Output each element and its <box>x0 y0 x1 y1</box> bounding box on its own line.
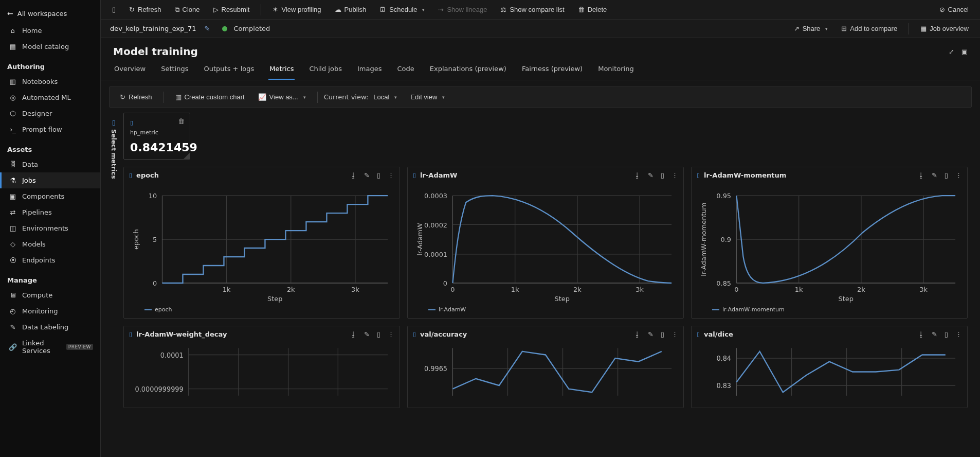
tab-metrics[interactable]: Metrics <box>268 60 295 80</box>
download-icon[interactable]: ⭳ <box>350 330 357 338</box>
sidebar-item-components[interactable]: ▣ Components <box>0 188 100 204</box>
chart-plot-weight-decay[interactable]: 0.0001 0.0000999999 <box>129 341 394 402</box>
job-overview-button[interactable]: ▦Job overview <box>915 22 974 36</box>
sidebar-item-environments[interactable]: ◫ Environments <box>0 220 100 236</box>
sidebar-item-monitoring[interactable]: ◴ Monitoring <box>0 303 100 319</box>
sidebar-item-notebooks[interactable]: ▥ Notebooks <box>0 74 100 90</box>
tab-code[interactable]: Code <box>396 60 415 80</box>
copy-icon[interactable]: ▯ <box>377 171 380 179</box>
more-icon[interactable]: ⋮ <box>388 330 394 338</box>
delete-button[interactable]: 🗑Delete <box>573 3 612 16</box>
sidebar-item-datalabeling[interactable]: ✎ Data Labeling <box>0 319 100 335</box>
view-profiling-button[interactable]: ✶View profiling <box>267 3 326 16</box>
edit-name-icon[interactable]: ✎ <box>205 25 210 32</box>
metric-card-hp_metric[interactable]: ▯ 🗑 hp_metric 0.8421459 <box>123 113 190 160</box>
pin-icon: ▯ <box>413 172 416 179</box>
expand-icon[interactable]: ⤢ <box>949 48 954 56</box>
edit-icon[interactable]: ✎ <box>648 330 654 338</box>
publish-button[interactable]: ☁Publish <box>330 3 372 16</box>
cancel-button[interactable]: ⊘Cancel <box>934 3 974 16</box>
tab-images[interactable]: Images <box>356 60 383 80</box>
copy-icon[interactable]: ▯ <box>945 171 948 179</box>
sidebar-item-automl[interactable]: ◎ Automated ML <box>0 90 100 106</box>
pin-icon: ▯ <box>130 119 133 126</box>
clone-button[interactable]: ⧉Clone <box>170 3 205 17</box>
download-icon[interactable]: ⭳ <box>918 171 924 179</box>
chart-plot-lr[interactable]: 0.0003 0.0002 0.0001 0 0 1k 2k 3k Step l… <box>413 182 678 303</box>
chart-card-momentum: ▯ lr-AdamW-momentum ⭳ ✎ ▯ ⋮ <box>691 167 968 319</box>
tab-settings[interactable]: Settings <box>160 60 189 80</box>
copy-icon[interactable]: ▯ <box>661 330 664 338</box>
show-compare-button[interactable]: ⚖Show compare list <box>495 3 569 16</box>
sidebar-item-model-catalog[interactable]: ▤ Model catalog <box>0 39 100 55</box>
select-metrics-toggle[interactable]: ▯ Select metrics <box>109 113 118 457</box>
download-icon[interactable]: ⭳ <box>350 171 357 179</box>
sidebar-item-endpoints[interactable]: ⦿ Endpoints <box>0 252 100 268</box>
add-compare-icon: ⊞ <box>841 25 847 32</box>
edit-icon[interactable]: ✎ <box>648 171 654 179</box>
pin-icon: ▯ <box>413 331 416 338</box>
tab-fairness[interactable]: Fairness (preview) <box>521 60 584 80</box>
svg-text:0.84: 0.84 <box>716 355 731 362</box>
chart-plot-val-accuracy[interactable]: 0.9965 <box>413 341 678 402</box>
gauge-icon: ◴ <box>9 307 17 315</box>
sidebar-item-designer[interactable]: ⬡ Designer <box>0 106 100 121</box>
edit-icon[interactable]: ✎ <box>932 171 937 179</box>
edit-view-button[interactable]: Edit view <box>405 90 450 104</box>
tab-monitoring[interactable]: Monitoring <box>597 60 635 80</box>
more-icon[interactable]: ⋮ <box>388 171 394 179</box>
refresh-icon: ↻ <box>129 6 135 13</box>
tab-outputs[interactable]: Outputs + logs <box>203 60 256 80</box>
view-as-button[interactable]: 📈View as... <box>253 90 311 104</box>
tab-explanations[interactable]: Explanations (preview) <box>429 60 507 80</box>
sidebar-item-compute[interactable]: 🖥 Compute <box>0 287 100 303</box>
edit-icon[interactable]: ✎ <box>364 330 370 338</box>
download-icon[interactable]: ⭳ <box>634 171 641 179</box>
download-icon[interactable]: ⭳ <box>634 330 641 338</box>
sidebar-item-data[interactable]: 🗄 Data <box>0 156 100 172</box>
chart-title: epoch <box>136 171 159 179</box>
download-icon[interactable]: ⭳ <box>918 330 924 338</box>
current-view-select[interactable]: Local <box>371 90 402 104</box>
pin-button[interactable]: ▯ <box>107 3 121 16</box>
sidebar-item-pipelines[interactable]: ⇄ Pipelines <box>0 204 100 220</box>
sidebar-item-models[interactable]: ◇ Models <box>0 236 100 252</box>
svg-text:0: 0 <box>443 279 447 287</box>
chart-title: val/dice <box>704 330 733 338</box>
pin-icon: ▯ <box>112 119 116 126</box>
resubmit-button[interactable]: ▷Resubmit <box>208 3 255 16</box>
sidebar-item-home[interactable]: ⌂ Home <box>0 23 100 39</box>
chart-plot-epoch[interactable]: 10 5 0 1k 2k 3k Step epoch <box>129 182 394 303</box>
pin-icon: ▯ <box>129 331 132 338</box>
tab-childjobs[interactable]: Child jobs <box>308 60 343 80</box>
schedule-button[interactable]: 🗓Schedule <box>374 3 430 16</box>
chart-plot-momentum[interactable]: 0.95 0.9 0.85 0 1k 2k 3k Step lr-AdamW-m… <box>697 182 962 303</box>
more-icon[interactable]: ⋮ <box>955 330 962 338</box>
back-to-workspaces[interactable]: ← All workspaces <box>0 4 100 23</box>
more-icon[interactable]: ⋮ <box>672 171 678 179</box>
flask-icon: ⚗ <box>9 177 17 184</box>
svg-text:3k: 3k <box>351 286 359 293</box>
tab-overview[interactable]: Overview <box>113 60 147 80</box>
add-to-compare-button[interactable]: ⊞Add to compare <box>836 22 902 36</box>
legend-swatch <box>144 309 152 310</box>
copy-icon[interactable]: ▯ <box>661 171 664 179</box>
metrics-refresh-button[interactable]: ↻Refresh <box>115 90 157 104</box>
svg-text:0: 0 <box>734 286 738 293</box>
sidebar-item-jobs[interactable]: ⚗ Jobs <box>0 172 100 188</box>
create-chart-button[interactable]: ▥Create custom chart <box>170 90 250 104</box>
share-button[interactable]: ↗Share <box>789 22 833 36</box>
panel-icon[interactable]: ▣ <box>961 48 968 56</box>
delete-card-icon[interactable]: 🗑 <box>178 117 185 125</box>
more-icon[interactable]: ⋮ <box>672 330 678 338</box>
copy-icon[interactable]: ▯ <box>945 330 948 338</box>
data-icon: 🗄 <box>9 161 17 168</box>
chart-plot-val-dice[interactable]: 0.84 0.83 <box>697 341 962 402</box>
copy-icon[interactable]: ▯ <box>377 330 380 338</box>
edit-icon[interactable]: ✎ <box>364 171 370 179</box>
edit-icon[interactable]: ✎ <box>932 330 937 338</box>
refresh-button[interactable]: ↻Refresh <box>124 3 167 16</box>
sidebar-item-linked-services[interactable]: 🔗 Linked Services PREVIEW <box>0 335 100 359</box>
more-icon[interactable]: ⋮ <box>955 171 962 179</box>
sidebar-item-promptflow[interactable]: ›_ Prompt flow <box>0 121 100 137</box>
